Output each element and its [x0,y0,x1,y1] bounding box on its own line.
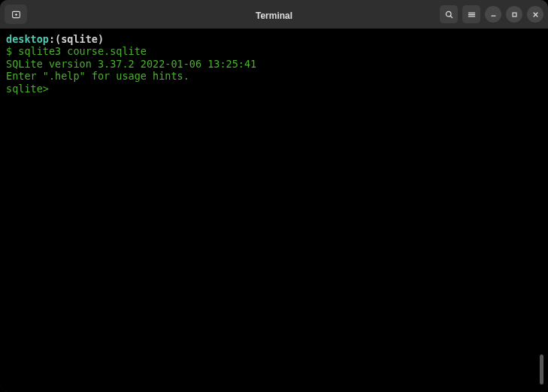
shell-symbol: $ [6,45,18,57]
terminal-body[interactable]: desktop:(sqlite) $ sqlite3 course.sqlite… [0,29,548,392]
command-line: $ sqlite3 course.sqlite [6,45,542,57]
svg-rect-9 [513,13,516,17]
prompt-location: desktop [6,33,49,45]
prompt-line: desktop:(sqlite) [6,33,542,45]
version-line: SQLite version 3.37.2 2022-01-06 13:25:4… [6,58,542,70]
scrollbar-thumb[interactable] [540,354,543,384]
search-button[interactable] [440,5,458,23]
minimize-button[interactable] [485,6,501,23]
terminal-window: Terminal [0,0,548,392]
cursor [55,83,61,95]
menu-icon [467,10,477,20]
close-icon [531,10,540,20]
prompt-path: (sqlite) [55,33,104,45]
command-text: sqlite3 course.sqlite [18,45,147,57]
sqlite-prompt-line: sqlite> [6,83,542,95]
search-icon [444,10,454,20]
new-tab-icon [11,10,21,20]
titlebar-right [440,5,543,23]
prompt-sep: : [49,33,55,45]
maximize-icon [510,10,519,20]
close-button[interactable] [527,6,543,23]
new-tab-button[interactable] [5,5,27,24]
menu-button[interactable] [462,5,480,23]
svg-line-4 [450,16,452,17]
titlebar-left [5,5,27,24]
titlebar: Terminal [0,0,548,29]
minimize-icon [489,10,498,20]
window-title: Terminal [256,11,292,21]
sqlite-prompt: sqlite> [6,83,55,95]
maximize-button[interactable] [506,6,522,23]
help-line: Enter ".help" for usage hints. [6,70,542,82]
